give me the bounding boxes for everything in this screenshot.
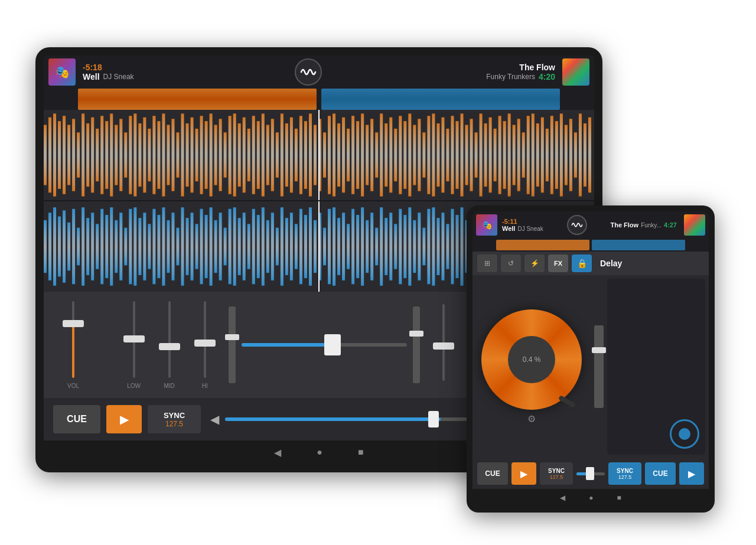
svg-rect-93 bbox=[484, 123, 487, 187]
waveform-orange[interactable]: // This won't run here, bars are hardcod… bbox=[44, 110, 594, 200]
fx-button[interactable]: FX bbox=[548, 254, 568, 272]
mid-fader-track bbox=[168, 301, 171, 378]
phone-cue-left[interactable]: CUE bbox=[477, 462, 508, 485]
nav-home-btn[interactable]: ● bbox=[317, 447, 322, 458]
hi-fader[interactable]: HI bbox=[187, 301, 223, 389]
crossfader-vertical-right[interactable] bbox=[413, 306, 420, 383]
turntable[interactable]: 0.4 % bbox=[481, 309, 582, 410]
lock-button[interactable]: 🔒 bbox=[572, 254, 592, 272]
crossfader-v-handle[interactable] bbox=[225, 334, 239, 340]
phone-left-album: 🎭 bbox=[476, 214, 497, 236]
svg-rect-63 bbox=[342, 118, 345, 193]
fx-circle-button[interactable] bbox=[670, 419, 699, 449]
turntable-needle bbox=[558, 395, 576, 408]
svg-rect-182 bbox=[356, 215, 359, 278]
phone-play-icon-right: ▶ bbox=[688, 468, 695, 479]
phone-sync-left[interactable]: SYNC 127.5 bbox=[540, 462, 573, 485]
svg-rect-141 bbox=[162, 207, 165, 286]
svg-rect-147 bbox=[191, 213, 194, 280]
svg-rect-102 bbox=[527, 116, 530, 194]
nav-back-btn[interactable]: ◀ bbox=[274, 447, 281, 458]
phone-wave-mini-left bbox=[496, 240, 589, 250]
left-track-artist: DJ Sneak bbox=[103, 73, 134, 81]
loop-button[interactable]: ↺ bbox=[501, 254, 521, 272]
pitch-fill-left bbox=[225, 417, 441, 421]
grid-icon: ⊞ bbox=[484, 259, 490, 267]
sync-button-left[interactable]: SYNC 127.5 bbox=[148, 405, 201, 433]
pitch-arrow-left[interactable]: ◀ bbox=[210, 412, 219, 426]
crossfader-track[interactable] bbox=[242, 343, 407, 347]
svg-rect-165 bbox=[276, 228, 279, 266]
svg-rect-19 bbox=[133, 113, 136, 196]
phone-device: 🎭 -5:11 Well DJ Sneak The Flow bbox=[467, 205, 715, 513]
svg-rect-192 bbox=[403, 215, 406, 278]
pitch-thumb-left[interactable] bbox=[428, 411, 439, 427]
phone-vertical-fader-area[interactable] bbox=[594, 279, 604, 455]
hi-fader-right[interactable] bbox=[426, 304, 461, 386]
phone-bottom-controls: CUE ▶ SYNC 127.5 SYNC 127.5 CUE ▶ bbox=[472, 458, 709, 489]
svg-rect-201 bbox=[446, 224, 449, 269]
crossfader-vertical-left[interactable] bbox=[229, 306, 236, 383]
phone-cue-right[interactable]: CUE bbox=[645, 462, 676, 485]
low-fader[interactable]: LOW bbox=[116, 301, 152, 389]
svg-rect-151 bbox=[210, 207, 213, 286]
svg-rect-105 bbox=[541, 118, 544, 193]
svg-rect-44 bbox=[252, 116, 255, 194]
low-fader-track bbox=[133, 301, 135, 378]
phone-pitch-thumb[interactable] bbox=[586, 467, 594, 480]
svg-rect-163 bbox=[266, 220, 269, 273]
svg-rect-99 bbox=[513, 125, 516, 185]
svg-rect-59 bbox=[323, 132, 326, 178]
phone-play-right[interactable]: ▶ bbox=[679, 462, 704, 485]
eq-button[interactable]: ⚡ bbox=[524, 254, 545, 272]
crossfader-v-handle-right[interactable] bbox=[409, 331, 423, 337]
svg-rect-35 bbox=[210, 113, 213, 196]
low-label: LOW bbox=[127, 383, 141, 389]
svg-rect-144 bbox=[176, 228, 179, 266]
vol-fader-handle-left[interactable] bbox=[63, 320, 84, 327]
phone-waveform-icon bbox=[571, 219, 583, 231]
svg-rect-16 bbox=[119, 119, 122, 191]
nav-recents-btn[interactable]: ■ bbox=[358, 447, 364, 458]
cue-button-left[interactable]: CUE bbox=[53, 405, 100, 433]
turntable-area[interactable]: 0.4 % ⚙ bbox=[472, 275, 591, 458]
left-album-art-image: 🎭 bbox=[48, 58, 76, 86]
grid-button[interactable]: ⊞ bbox=[477, 254, 497, 272]
svg-rect-158 bbox=[243, 213, 246, 280]
phone-nav-back[interactable]: ◀ bbox=[560, 494, 565, 502]
svg-rect-148 bbox=[195, 224, 198, 269]
phone-nav-home[interactable]: ● bbox=[589, 494, 593, 502]
phone-play-left[interactable]: ▶ bbox=[511, 462, 536, 485]
gear-button[interactable]: ⚙ bbox=[527, 413, 536, 425]
hi-fader-handle-right[interactable] bbox=[433, 342, 454, 350]
svg-rect-81 bbox=[427, 116, 430, 194]
phone-fader-handle[interactable] bbox=[592, 347, 606, 353]
sync-label-left: SYNC bbox=[164, 411, 185, 420]
svg-rect-77 bbox=[408, 113, 411, 196]
phone-pitch-slider[interactable] bbox=[576, 472, 605, 475]
svg-rect-134 bbox=[129, 209, 132, 285]
svg-rect-108 bbox=[555, 121, 558, 189]
phone-nav-recents[interactable]: ■ bbox=[617, 494, 621, 502]
svg-rect-183 bbox=[361, 207, 364, 286]
svg-rect-13 bbox=[105, 121, 108, 189]
hi-fader-handle[interactable] bbox=[194, 340, 216, 347]
svg-rect-45 bbox=[257, 121, 260, 189]
crossfader-thumb[interactable] bbox=[324, 334, 341, 355]
svg-rect-83 bbox=[436, 123, 439, 187]
mid-fader-handle[interactable] bbox=[159, 343, 180, 350]
phone-vertical-fader[interactable] bbox=[594, 325, 604, 408]
vol-fader-fill bbox=[72, 320, 74, 378]
play-button-left[interactable]: ▶ bbox=[106, 405, 142, 433]
phone-header: 🎭 -5:11 Well DJ Sneak The Flow bbox=[472, 211, 709, 239]
svg-rect-38 bbox=[224, 132, 227, 178]
phone-right-track-info: The Flow Funky... 4:27 bbox=[610, 221, 677, 229]
mid-fader[interactable]: MID bbox=[152, 301, 187, 389]
phone-sync-right[interactable]: SYNC 127.5 bbox=[608, 462, 641, 485]
vol-fader-left[interactable]: VOL bbox=[56, 301, 91, 389]
delay-label: Delay bbox=[595, 259, 704, 268]
svg-rect-157 bbox=[238, 218, 241, 275]
mid-label: MID bbox=[164, 383, 175, 389]
fx-pad[interactable] bbox=[607, 279, 705, 455]
low-fader-handle[interactable] bbox=[123, 335, 145, 342]
